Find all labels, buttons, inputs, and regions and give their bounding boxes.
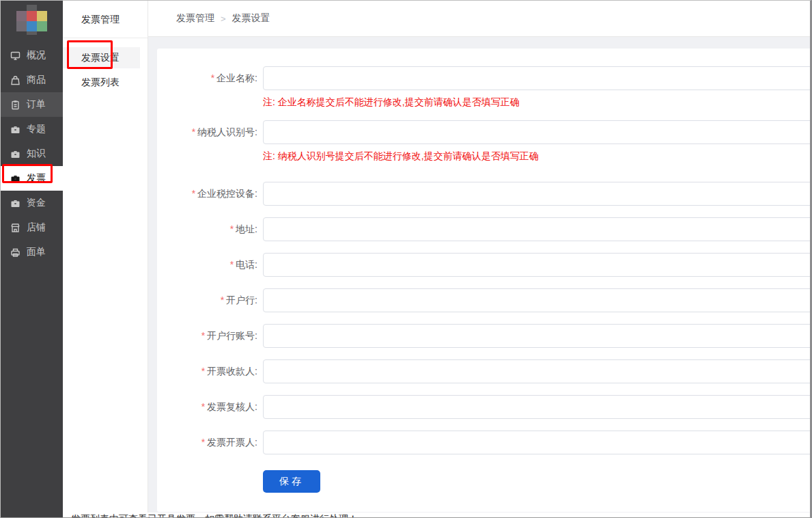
logo-cell — [27, 11, 37, 21]
breadcrumb: 发票管理>发票设置 — [148, 1, 810, 37]
sidebar-item-8[interactable]: 面单 — [1, 240, 63, 264]
form-input-5[interactable] — [263, 288, 812, 312]
form-field-label: 发票复核人: — [207, 401, 257, 412]
form-input-2[interactable] — [263, 182, 812, 206]
clipped-footer-text: 发票列表中可查看已开具发票，如需帮助请联系平台客服进行处理！ — [71, 513, 810, 517]
sidebar: 概况 商品 订单 专题 知识 发票 资金 店铺 面单 — [1, 1, 63, 517]
logo-cell — [37, 11, 47, 21]
sidebar-item-label: 发票 — [27, 172, 46, 185]
form-input-0[interactable] — [263, 66, 812, 90]
form-field-7: *开票收款人: — [157, 359, 810, 383]
form-field-label: 纳税人识别号: — [197, 126, 257, 137]
sidebar-item-label: 概况 — [27, 49, 46, 62]
form-field-label: 发票开票人: — [207, 437, 257, 448]
logo-cell — [27, 5, 37, 11]
required-asterisk: * — [192, 126, 195, 137]
required-asterisk: * — [201, 330, 205, 341]
sidebar-item-label: 商品 — [27, 74, 46, 86]
form-field-label: 地址: — [236, 223, 257, 234]
sidebar-item-label: 订单 — [27, 98, 46, 111]
form-panel: *企业名称: 注: 企业名称提交后不能进行修改,提交前请确认是否填写正确 *纳税… — [157, 49, 810, 512]
submenu-item-0[interactable]: 发票设置 — [63, 47, 140, 68]
required-asterisk: * — [230, 223, 234, 234]
form-field-label: 企业名称: — [216, 72, 257, 83]
form-field-label: 开户行账号: — [207, 330, 257, 341]
form-field-label: 企业税控设备: — [197, 188, 257, 199]
logo-cell — [27, 21, 37, 31]
monitor-icon — [10, 51, 20, 61]
sidebar-item-label: 专题 — [27, 123, 46, 135]
form-field-2: *企业税控设备: — [157, 182, 810, 206]
sidebar-item-2[interactable]: 订单 — [1, 92, 63, 117]
sidebar-item-3[interactable]: 专题 — [1, 117, 63, 141]
briefcase-icon — [10, 198, 20, 208]
sidebar-item-4[interactable]: 知识 — [1, 141, 63, 166]
sidebar-item-6[interactable]: 资金 — [1, 191, 63, 215]
breadcrumb-item-0[interactable]: 发票管理 — [176, 12, 214, 25]
breadcrumb-separator-icon: > — [221, 14, 226, 24]
form-input-6[interactable] — [263, 324, 812, 348]
logo-cell — [16, 21, 27, 31]
form-input-1[interactable] — [263, 120, 812, 144]
form-field-3: *地址: — [157, 217, 810, 241]
printer-icon — [10, 247, 20, 258]
form-field-note: 注: 企业名称提交后不能进行修改,提交前请确认是否填写正确 — [263, 96, 810, 109]
save-button[interactable]: 保存 — [263, 470, 320, 493]
sidebar-item-label: 知识 — [27, 148, 46, 160]
submenu-item-1[interactable]: 发票列表 — [63, 72, 148, 93]
sidebar-item-label: 资金 — [27, 197, 46, 209]
required-asterisk: * — [201, 366, 205, 377]
sidebar-item-1[interactable]: 商品 — [1, 68, 63, 92]
briefcase-icon — [10, 174, 20, 184]
sidebar-item-7[interactable]: 店铺 — [1, 215, 63, 240]
form-input-8[interactable] — [263, 395, 812, 419]
sidebar-item-0[interactable]: 概况 — [1, 43, 63, 68]
required-asterisk: * — [201, 437, 205, 448]
form-field-label: 开票收款人: — [207, 366, 257, 377]
invoice-settings-form: *企业名称: 注: 企业名称提交后不能进行修改,提交前请确认是否填写正确 *纳税… — [157, 66, 810, 454]
sidebar-item-5[interactable]: 发票 — [1, 166, 63, 191]
breadcrumb-item-1[interactable]: 发票设置 — [232, 12, 270, 25]
briefcase-icon — [10, 124, 20, 135]
bag-icon — [10, 75, 20, 85]
logo-cell — [27, 31, 37, 35]
form-input-7[interactable] — [263, 359, 812, 383]
required-asterisk: * — [221, 295, 224, 305]
form-input-9[interactable] — [263, 431, 812, 454]
shop-icon — [10, 223, 20, 233]
app-window: 概况 商品 订单 专题 知识 发票 资金 店铺 面单 发票管理 发票设置发票列表… — [0, 0, 812, 518]
form-field-0: *企业名称: 注: 企业名称提交后不能进行修改,提交前请确认是否填写正确 — [157, 66, 810, 109]
required-asterisk: * — [230, 259, 234, 270]
clipped-footer-strip: 发票列表中可查看已开具发票，如需帮助请联系平台客服进行处理！ — [63, 513, 810, 517]
main-area: 发票管理>发票设置 *企业名称: 注: 企业名称提交后不能进行修改,提交前请确认… — [148, 1, 810, 517]
submenu-panel: 发票管理 发票设置发票列表 — [63, 1, 148, 517]
form-input-3[interactable] — [263, 217, 812, 241]
app-logo — [16, 5, 47, 35]
required-asterisk: * — [192, 188, 195, 199]
form-field-9: *发票开票人: — [157, 431, 810, 454]
sidebar-item-label: 店铺 — [27, 221, 46, 234]
form-field-label: 开户行: — [226, 295, 257, 305]
form-field-note: 注: 纳税人识别号提交后不能进行修改,提交前请确认是否填写正确 — [263, 150, 810, 163]
clipboard-icon — [10, 100, 20, 110]
form-field-8: *发票复核人: — [157, 395, 810, 419]
content-background: *企业名称: 注: 企业名称提交后不能进行修改,提交前请确认是否填写正确 *纳税… — [148, 37, 810, 517]
form-input-4[interactable] — [263, 253, 812, 277]
submenu-title: 发票管理 — [63, 1, 148, 38]
required-asterisk: * — [201, 401, 205, 412]
logo-cell — [37, 21, 47, 31]
form-field-label: 电话: — [236, 259, 257, 270]
briefcase-icon — [10, 149, 20, 159]
logo-cell — [16, 11, 27, 21]
form-field-1: *纳税人识别号: 注: 纳税人识别号提交后不能进行修改,提交前请确认是否填写正确 — [157, 120, 810, 163]
sidebar-item-label: 面单 — [27, 246, 46, 258]
form-field-4: *电话: — [157, 253, 810, 277]
form-field-5: *开户行: — [157, 288, 810, 312]
required-asterisk: * — [211, 72, 214, 83]
form-field-6: *开户行账号: — [157, 324, 810, 348]
